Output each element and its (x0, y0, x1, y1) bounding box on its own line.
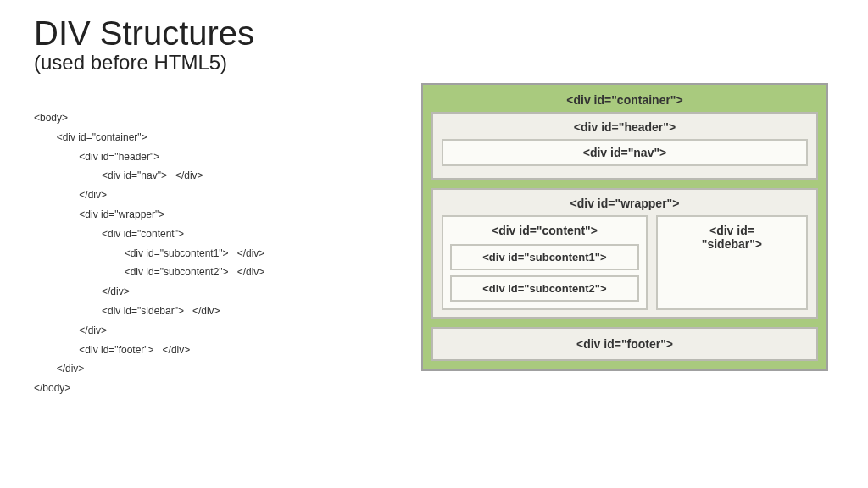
code-line: </body> (34, 379, 398, 398)
header-box: <div id="header"> <div id="nav"> (431, 112, 818, 180)
footer-box: <div id="footer"> (431, 327, 818, 361)
diagram-column: <div id="container"> <div id="header"> <… (415, 83, 834, 488)
sidebar-label-line1: <div id= (665, 224, 799, 237)
code-line: <body> (34, 108, 398, 128)
code-line: <div id="footer"> </div> (34, 341, 398, 360)
code-column: <body> <div id="container"> <div id="hea… (34, 83, 398, 488)
code-line: </div> (34, 359, 398, 379)
title-block: DIV Structures (used before HTML5) (34, 15, 834, 75)
slide-title: DIV Structures (34, 15, 834, 51)
code-line: </div> (34, 321, 398, 341)
nav-box: <div id="nav"> (442, 139, 808, 166)
wrapper-label: <div id="wrapper"> (442, 197, 808, 210)
sidebar-label-line2: "sidebar"> (665, 237, 799, 251)
code-line: <div id="wrapper"> (34, 205, 398, 225)
code-line: </div> (34, 282, 398, 302)
slide-subtitle: (used before HTML5) (34, 51, 834, 75)
content-label: <div id="content"> (450, 224, 639, 237)
wrapper-box: <div id="wrapper"> <div id="content"> <d… (431, 188, 818, 319)
container-label: <div id="container"> (431, 93, 818, 107)
sidebar-box: <div id= "sidebar"> (656, 215, 808, 310)
header-label: <div id="header"> (442, 120, 808, 134)
wrapper-row: <div id="content"> <div id="subcontent1"… (442, 215, 808, 310)
code-line: <div id="container"> (34, 128, 398, 147)
content-row: <body> <div id="container"> <div id="hea… (34, 83, 834, 488)
code-line: <div id="header"> (34, 147, 398, 167)
code-line: </div> (34, 186, 398, 205)
diagram-container: <div id="container"> <div id="header"> <… (421, 83, 828, 371)
slide: DIV Structures (used before HTML5) <body… (0, 0, 868, 488)
content-box: <div id="content"> <div id="subcontent1"… (442, 215, 648, 310)
subcontent2-box: <div id="subcontent2"> (450, 275, 639, 302)
code-line: <div id="subcontent1"> </div> (34, 244, 398, 263)
code-line: <div id="sidebar"> </div> (34, 302, 398, 321)
code-line: <div id="subcontent2"> </div> (34, 263, 398, 282)
code-line: <div id="nav"> </div> (34, 166, 398, 186)
code-line: <div id="content"> (34, 225, 398, 244)
subcontent1-box: <div id="subcontent1"> (450, 244, 639, 270)
